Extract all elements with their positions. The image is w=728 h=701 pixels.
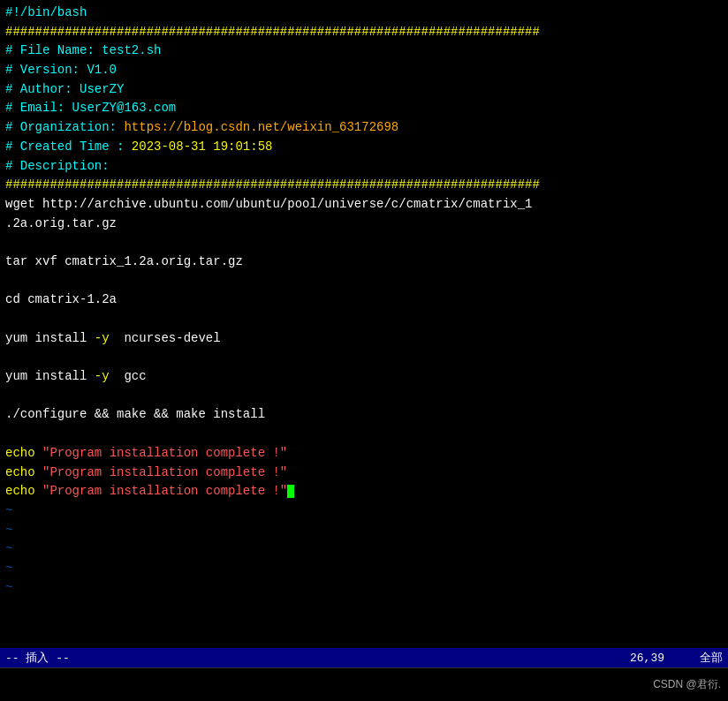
editor-line: # File Name: test2.sh [5,41,723,61]
editor-line: ~ [5,578,723,598]
editor-line: wget http://archive.ubuntu.com/ubuntu/po… [5,195,723,215]
editor-line: echo "Program installation complete !" [5,464,723,483]
editor-line: tar xvf cmatrix_1.2a.orig.tar.gz [5,253,723,272]
editor-line: ########################################… [5,176,723,195]
editor-line [5,425,723,444]
editor-line: # Created Time : 2023-08-31 19:01:58 [5,138,723,157]
editor-line [5,272,723,291]
code-editor[interactable]: #!/bin/bash#############################… [0,0,728,667]
editor-line [5,387,723,406]
editor-line: # Version: V1.0 [5,61,723,80]
editor-line [5,233,723,253]
watermark-text: CSDN @君衍. [653,677,721,692]
text-cursor [287,485,294,498]
editor-line: echo "Program installation complete !" [5,444,723,464]
editor-line: ~ [5,559,723,578]
editor-mode: -- 插入 -- [5,650,630,666]
editor-line: # Organization: https://blog.csdn.net/we… [5,118,723,138]
editor-line: ~ [5,539,723,559]
editor-line: echo "Program installation complete !" [5,482,723,501]
editor-line: cd cmatrix-1.2a [5,290,723,310]
cursor-position: 26,39 [630,652,664,665]
editor-line: # Description: [5,157,723,177]
editor-line: # Email: UserZY@163.com [5,99,723,118]
editor-line [5,348,723,367]
editor-line: ~ [5,501,723,521]
editor-line: #!/bin/bash [5,4,723,23]
editor-line: ########################################… [5,23,723,42]
editor-line: yum install -y gcc [5,367,723,387]
editor-line: # Author: UserZY [5,80,723,100]
editor-line: .2a.orig.tar.gz [5,215,723,234]
footer-bar: CSDN @君衍. [0,667,728,701]
editor-line: ./configure && make && make install [5,405,723,425]
scope-label: 全部 [700,650,723,666]
editor-line [5,310,723,329]
editor-line: ~ [5,521,723,540]
status-bar: -- 插入 -- 26,39 全部 [0,648,728,667]
editor-line: yum install -y ncurses-devel [5,329,723,349]
